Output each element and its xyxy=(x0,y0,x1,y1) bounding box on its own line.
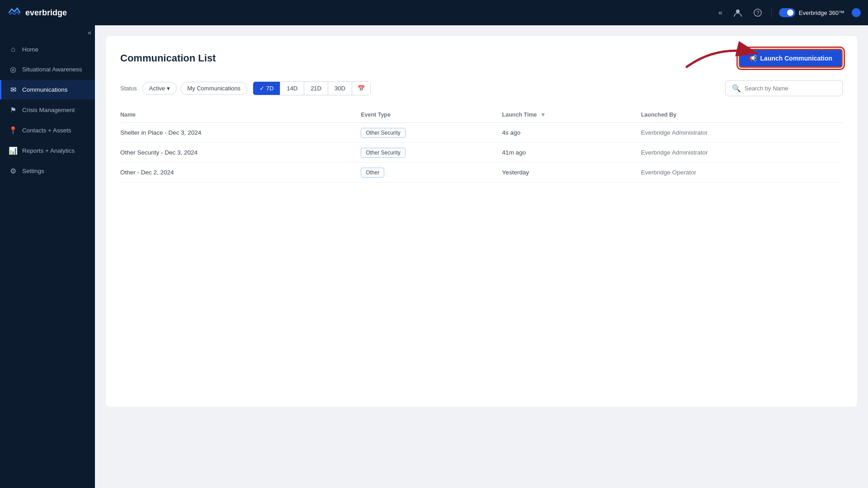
page-header: Communication List 📢 Launch Communic xyxy=(120,49,843,68)
event-type-badge: Other xyxy=(361,168,384,178)
time-filter-30d[interactable]: 30D xyxy=(328,82,352,95)
search-input[interactable] xyxy=(745,85,836,92)
active-filter-label: Active xyxy=(149,85,165,92)
row-name: Shelter in Place - Dec 3, 2024 xyxy=(120,123,361,143)
time-filter-7d[interactable]: ✓ 7D xyxy=(253,82,280,95)
sidebar-item-crisis-management-label: Crisis Management xyxy=(22,107,75,113)
sidebar-item-situational-awareness-label: Situational Awareness xyxy=(22,66,82,73)
row-name: Other Security - Dec 3, 2024 xyxy=(120,143,361,163)
main-layout: « ⌂ Home ◎ Situational Awareness ✉ Commu… xyxy=(0,25,868,488)
contacts-assets-icon: 📍 xyxy=(9,126,18,135)
status-active-filter[interactable]: Active ▾ xyxy=(142,82,177,95)
launch-button-label: Launch Communication xyxy=(760,55,832,62)
time-14d-label: 14D xyxy=(287,85,297,92)
event-type-badge: Other Security xyxy=(361,148,406,158)
chevron-down-icon: ▾ xyxy=(167,85,170,92)
app-logo: everbridge xyxy=(7,5,67,20)
row-launch-time: 41m ago xyxy=(502,143,641,163)
my-communications-filter[interactable]: My Communications xyxy=(180,82,247,95)
toggle-switch[interactable] xyxy=(779,8,795,17)
row-event-type: Other Security xyxy=(361,143,502,163)
row-launch-time: 4s ago xyxy=(502,123,641,143)
sidebar: « ⌂ Home ◎ Situational Awareness ✉ Commu… xyxy=(0,25,95,488)
sidebar-item-settings-label: Settings xyxy=(22,168,44,174)
communications-table: Name Event Type Launch Time ▼ Launched B… xyxy=(120,107,843,183)
time-filter-21d[interactable]: 21D xyxy=(304,82,328,95)
checkmark-icon: ✓ xyxy=(259,85,264,92)
reports-analytics-icon: 📊 xyxy=(9,146,18,155)
calendar-icon: 📅 xyxy=(358,85,365,92)
event-type-badge: Other Security xyxy=(361,128,406,138)
table-body: Shelter in Place - Dec 3, 2024Other Secu… xyxy=(120,123,843,183)
sidebar-item-crisis-management[interactable]: ⚑ Crisis Management xyxy=(0,100,95,120)
svg-text:?: ? xyxy=(756,10,760,16)
status-label: Status xyxy=(120,85,137,92)
topbar-right: « ? Everbridge 360™ xyxy=(717,6,861,19)
row-event-type: Other xyxy=(361,163,502,183)
calendar-picker-button[interactable]: 📅 xyxy=(352,82,370,95)
product-name-label: Everbridge 360™ xyxy=(799,9,844,16)
search-container: 🔍 xyxy=(725,80,843,96)
user-profile-button[interactable] xyxy=(731,6,744,19)
collapse-nav-button[interactable]: « xyxy=(717,7,724,19)
table-row[interactable]: Other Security - Dec 3, 2024Other Securi… xyxy=(120,143,843,163)
content-area: Communication List 📢 Launch Communic xyxy=(95,25,868,488)
col-event-type: Event Type xyxy=(361,107,502,123)
sidebar-collapse-button[interactable]: « xyxy=(88,29,91,36)
table-row[interactable]: Other - Dec 2, 2024OtherYesterdayEverbri… xyxy=(120,163,843,183)
time-filter-group: ✓ 7D 14D 21D 30D 📅 xyxy=(253,81,371,95)
col-launch-time[interactable]: Launch Time ▼ xyxy=(502,107,641,123)
home-icon: ⌂ xyxy=(9,45,18,53)
sidebar-item-reports-analytics[interactable]: 📊 Reports + Analytics xyxy=(0,141,95,160)
launch-icon: 📢 xyxy=(749,55,757,62)
time-7d-label: 7D xyxy=(266,85,274,92)
everbridge360-toggle[interactable]: Everbridge 360™ xyxy=(779,8,844,17)
search-icon: 🔍 xyxy=(732,84,741,93)
table-row[interactable]: Shelter in Place - Dec 3, 2024Other Secu… xyxy=(120,123,843,143)
row-name: Other - Dec 2, 2024 xyxy=(120,163,361,183)
sidebar-item-home-label: Home xyxy=(22,46,38,53)
time-30d-label: 30D xyxy=(335,85,345,92)
col-launched-by: Launched By xyxy=(641,107,843,123)
sidebar-item-home[interactable]: ⌂ Home xyxy=(0,40,95,59)
settings-icon: ⚙ xyxy=(9,167,18,175)
row-launched-by: Everbridge Administrator xyxy=(641,143,843,163)
sidebar-nav: ⌂ Home ◎ Situational Awareness ✉ Communi… xyxy=(0,40,95,181)
page-card: Communication List 📢 Launch Communic xyxy=(106,36,857,407)
situational-awareness-icon: ◎ xyxy=(9,65,18,74)
logo-text: everbridge xyxy=(25,8,67,18)
launch-communication-button[interactable]: 📢 Launch Communication xyxy=(739,49,843,68)
svg-point-0 xyxy=(736,9,740,13)
notification-badge[interactable] xyxy=(852,8,861,17)
sidebar-item-situational-awareness[interactable]: ◎ Situational Awareness xyxy=(0,60,95,79)
topbar: everbridge « ? Everbridge 360™ xyxy=(0,0,868,25)
time-filter-14d[interactable]: 14D xyxy=(280,82,304,95)
row-event-type: Other Security xyxy=(361,123,502,143)
row-launched-by: Everbridge Administrator xyxy=(641,123,843,143)
topbar-divider xyxy=(771,7,772,18)
help-button[interactable]: ? xyxy=(751,6,764,19)
page-title: Communication List xyxy=(120,52,216,64)
row-launch-time: Yesterday xyxy=(502,163,641,183)
sidebar-item-communications[interactable]: ✉ Communications xyxy=(0,80,95,99)
communications-icon: ✉ xyxy=(9,85,18,94)
row-launched-by: Everbridge Operator xyxy=(641,163,843,183)
table-header: Name Event Type Launch Time ▼ Launched B… xyxy=(120,107,843,123)
sidebar-item-contacts-assets[interactable]: 📍 Contacts + Assets xyxy=(0,121,95,140)
sidebar-item-communications-label: Communications xyxy=(22,86,68,93)
sort-arrow-icon: ▼ xyxy=(540,112,546,118)
crisis-management-icon: ⚑ xyxy=(9,106,18,114)
time-21d-label: 21D xyxy=(311,85,321,92)
sidebar-item-settings[interactable]: ⚙ Settings xyxy=(0,161,95,181)
my-communications-label: My Communications xyxy=(187,85,241,92)
sidebar-item-reports-analytics-label: Reports + Analytics xyxy=(22,147,75,154)
sidebar-item-contacts-assets-label: Contacts + Assets xyxy=(22,127,71,134)
col-name: Name xyxy=(120,107,361,123)
filters-row: Status Active ▾ My Communications ✓ 7D 1… xyxy=(120,80,843,96)
